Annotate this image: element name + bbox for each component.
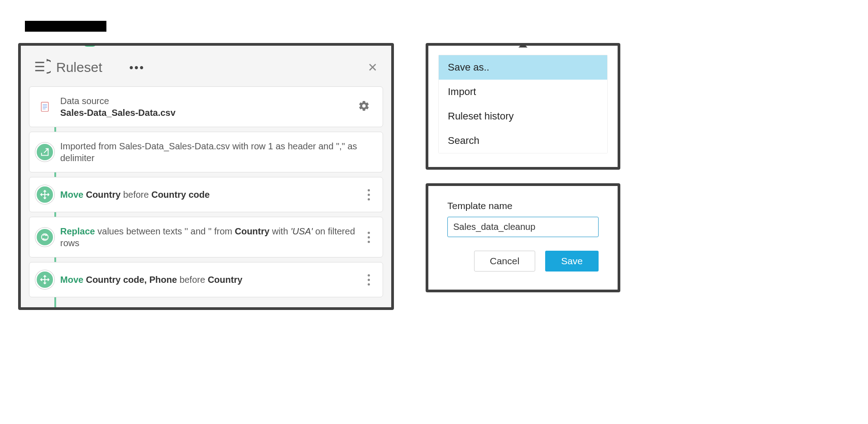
replace-icon [35,228,54,247]
ruleset-panel: Ruleset 8 ••• ✕ [18,43,394,310]
rule-step-move-2-text: Move Country code, Phone before Country [60,274,364,286]
rule-step-menu-button[interactable] [364,274,374,286]
more-menu-button[interactable]: ••• [129,61,145,74]
move-icon [35,185,54,204]
menu-item-search[interactable]: Search [439,129,607,153]
rule-step-menu-button[interactable] [364,189,374,200]
data-source-name: Sales-Data_Sales-Data.csv [60,107,355,119]
save-template-dialog: Template name Cancel Save [426,183,620,292]
document-icon [37,98,53,116]
rule-step-move-1[interactable]: Move Country before Country code [29,177,383,212]
ruleset-header: Ruleset 8 ••• ✕ [21,46,391,86]
ruleset-icon [34,58,51,76]
import-icon [35,143,54,162]
rule-step-replace[interactable]: Replace values between texts '' and '' f… [29,217,383,257]
close-button[interactable]: ✕ [368,61,378,75]
menu-item-ruleset-history[interactable]: Ruleset history [439,104,607,129]
rule-step-move-1-text: Move Country before Country code [60,189,364,200]
rule-step-import[interactable]: Imported from Sales-Data_Sales-Data.csv … [29,132,383,172]
menu-item-import[interactable]: Import [439,80,607,104]
svg-rect-3 [41,102,48,111]
move-icon [35,270,54,289]
ruleset-context-menu: Save as..ImportRuleset historySearch [426,43,620,170]
rule-step-replace-text: Replace values between texts '' and '' f… [60,225,364,249]
ruleset-count-badge: 8 [83,43,96,47]
template-name-label: Template name [447,200,599,211]
cancel-button[interactable]: Cancel [474,251,535,272]
rule-step-import-text: Imported from Sales-Data_Sales-Data.csv … [60,140,374,164]
rule-step-move-2[interactable]: Move Country code, Phone before Country [29,262,383,297]
redacted-block [25,21,106,32]
data-source-card[interactable]: Data source Sales-Data_Sales-Data.csv [29,86,383,127]
template-name-input[interactable] [447,217,599,237]
data-source-label: Data source [60,95,355,107]
save-button[interactable]: Save [545,251,599,272]
ruleset-title: Ruleset [56,60,102,75]
svg-line-8 [44,149,48,153]
rule-step-menu-button[interactable] [364,232,374,243]
data-source-settings-button[interactable] [355,100,374,114]
menu-item-save-as[interactable]: Save as.. [439,55,607,80]
